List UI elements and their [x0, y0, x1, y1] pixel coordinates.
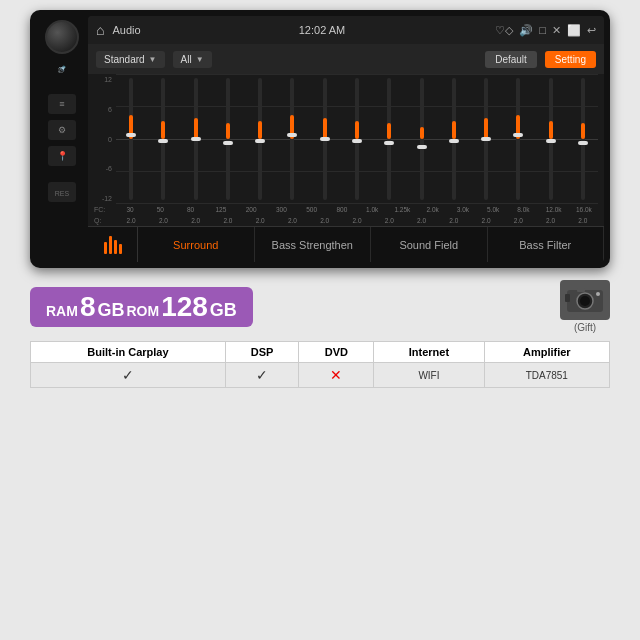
res-label: RES	[55, 190, 69, 197]
bottom-tabs: Surround Bass Strengthen Sound Field Bas…	[88, 226, 604, 262]
fc-label: FC:	[94, 206, 116, 213]
eq-bar-wrap-2[interactable]	[181, 74, 211, 204]
back-top-icon[interactable]: ↩	[587, 24, 596, 37]
fc-val-0: 30	[116, 206, 144, 213]
eq-bar-wrap-14[interactable]	[568, 74, 598, 204]
eq-bar-wrap-5[interactable]	[277, 74, 307, 204]
q-val-9: 2.0	[406, 217, 436, 224]
fc-val-5: 300	[267, 206, 295, 213]
eq-bar-wrap-9[interactable]	[406, 74, 436, 204]
eq-bar-wrap-3[interactable]	[213, 74, 243, 204]
default-button[interactable]: Default	[485, 51, 537, 68]
left-btn-1[interactable]: ≡	[48, 94, 76, 114]
q-val-3: 2.0	[213, 217, 243, 224]
q-val-4: 2.0	[245, 217, 275, 224]
home-icon[interactable]: ⌂	[96, 22, 104, 38]
time-display: 12:02 AM	[157, 24, 488, 36]
page-wrapper: 🔊 ≡ ⚙ 📍 RES ⌂	[0, 0, 640, 640]
eq-bars-group	[116, 74, 598, 204]
left-btn-3[interactable]: 📍	[48, 146, 76, 166]
left-btn-2[interactable]: ⚙	[48, 120, 76, 140]
left-panel: 🔊 ≡ ⚙ 📍 RES	[36, 16, 88, 262]
fc-val-2: 80	[177, 206, 205, 213]
main-screen: ⌂ Audio 12:02 AM ♡◇ 🔊 □ ✕ ⬜ ↩ Stan	[88, 16, 604, 262]
top-icons-group: ♡◇ 🔊 □ ✕ ⬜ ↩	[495, 24, 596, 37]
q-row: Q: 2.02.02.02.02.02.02.02.02.02.02.02.02…	[94, 215, 598, 226]
eq-icon-bars	[104, 236, 122, 254]
eq-bar-wrap-10[interactable]	[439, 74, 469, 204]
eq-scale-area: 12 6 0 -6 -12	[94, 74, 598, 204]
fc-values-row: 3050801252003005008001.0k1.25k2.0k3.0k5.…	[116, 206, 598, 213]
fc-row: FC: 3050801252003005008001.0k1.25k2.0k3.…	[94, 204, 598, 215]
window-top-icon[interactable]: ⬜	[567, 24, 581, 37]
dropdown2-arrow: ▼	[196, 55, 204, 64]
standard-dropdown[interactable]: Standard ▼	[96, 51, 165, 68]
standard-label: Standard	[104, 54, 145, 65]
eq-bar-wrap-8[interactable]	[374, 74, 404, 204]
eq-bar-wrap-12[interactable]	[503, 74, 533, 204]
eq-bar-wrap-4[interactable]	[245, 74, 275, 204]
q-values-row: 2.02.02.02.02.02.02.02.02.02.02.02.02.02…	[116, 217, 598, 224]
q-val-2: 2.0	[181, 217, 211, 224]
fc-val-12: 5.0k	[479, 206, 507, 213]
left-btn-res[interactable]: RES	[48, 182, 76, 202]
header-dvd: DVD	[299, 342, 374, 363]
ram-badge: RAM 8 GB ROM 128 GB	[30, 287, 253, 327]
fc-val-6: 500	[298, 206, 326, 213]
q-label: Q:	[94, 217, 116, 224]
stereo-unit: 🔊 ≡ ⚙ 📍 RES ⌂	[30, 10, 610, 268]
camera-icon-wrap	[560, 280, 610, 320]
header-amplifier: Amplifier	[484, 342, 609, 363]
eq-bars-container	[116, 74, 598, 204]
fc-val-3: 125	[207, 206, 235, 213]
all-dropdown[interactable]: All ▼	[173, 51, 212, 68]
q-val-8: 2.0	[374, 217, 404, 224]
eq-bar-wrap-0[interactable]	[116, 74, 146, 204]
eq-bar-wrap-11[interactable]	[471, 74, 501, 204]
header-carplay: Built-in Carplay	[31, 342, 226, 363]
gift-box: (Gift)	[560, 280, 610, 333]
camera-top-icon[interactable]: □	[539, 24, 546, 36]
eq-area: 12 6 0 -6 -12	[88, 74, 604, 226]
header-internet: Internet	[374, 342, 484, 363]
vol-label: 🔊	[58, 64, 66, 74]
fc-val-11: 3.0k	[449, 206, 477, 213]
tab-bass-filter[interactable]: Bass Filter	[488, 227, 605, 262]
audio-label: Audio	[112, 24, 140, 36]
eq-bar-1	[104, 242, 107, 254]
eject-icon: ≡	[59, 99, 64, 109]
tab-surround[interactable]: Surround	[138, 227, 255, 262]
dvd-cross: ✕	[299, 363, 374, 388]
features-data-row: ✓ ✓ ✕ WIFI TDA7851	[31, 363, 610, 388]
close-top-icon[interactable]: ✕	[552, 24, 561, 37]
fc-val-4: 200	[237, 206, 265, 213]
svg-rect-1	[565, 294, 570, 302]
eq-bar-4	[119, 244, 122, 254]
eq-bar-3	[114, 240, 117, 254]
dsp-check: ✓	[225, 363, 299, 388]
eq-bar-wrap-1[interactable]	[148, 74, 178, 204]
scale-labels: 12 6 0 -6 -12	[94, 74, 116, 204]
eq-bar-wrap-13[interactable]	[535, 74, 565, 204]
fc-val-13: 8.0k	[509, 206, 537, 213]
q-val-10: 2.0	[439, 217, 469, 224]
volume-top-icon[interactable]: 🔊	[519, 24, 533, 37]
fc-val-1: 50	[146, 206, 174, 213]
eq-icon-button[interactable]	[88, 227, 138, 262]
tab-bass-strengthen[interactable]: Bass Strengthen	[255, 227, 372, 262]
fc-val-14: 12.0k	[540, 206, 568, 213]
volume-knob[interactable]	[45, 20, 79, 54]
scale-12-top: 12	[94, 76, 112, 83]
fc-val-15: 16.0k	[570, 206, 598, 213]
eq-bar-wrap-7[interactable]	[342, 74, 372, 204]
setting-button[interactable]: Setting	[545, 51, 596, 68]
internet-wifi: WIFI	[374, 363, 484, 388]
scale-6: 6	[94, 106, 112, 113]
eq-bar-wrap-6[interactable]	[310, 74, 340, 204]
q-val-6: 2.0	[310, 217, 340, 224]
scale-0: 0	[94, 136, 112, 143]
fc-val-10: 2.0k	[419, 206, 447, 213]
tab-sound-field[interactable]: Sound Field	[371, 227, 488, 262]
q-val-14: 2.0	[568, 217, 598, 224]
eq-bar-2	[109, 236, 112, 254]
